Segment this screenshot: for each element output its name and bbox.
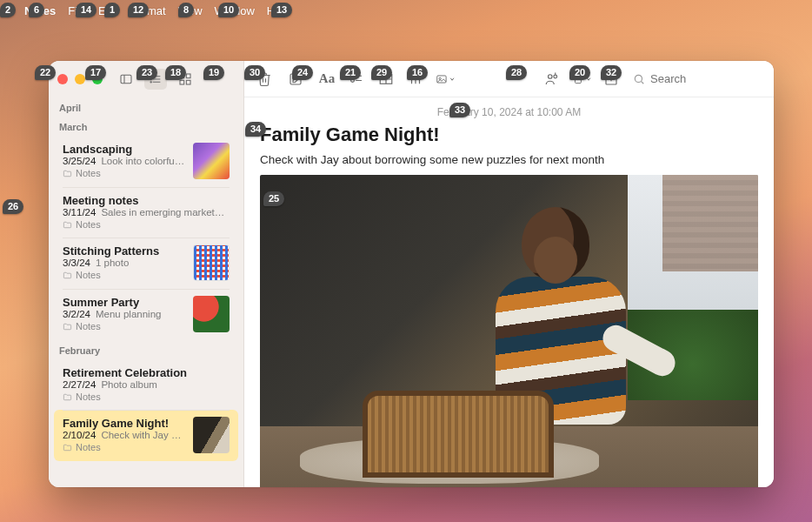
svg-point-25	[549, 74, 553, 78]
note-list-item[interactable]: Landscaping3/25/24Look into colorfu…Note…	[54, 136, 238, 187]
note-attachment-image[interactable]	[260, 175, 758, 487]
sidebar: AprilMarchLandscaping3/25/24Look into co…	[49, 61, 244, 487]
svg-rect-0	[121, 75, 131, 83]
menu-file[interactable]: File	[68, 4, 86, 17]
svg-point-7	[150, 82, 151, 83]
note-item-thumbnail	[193, 143, 230, 179]
note-item-thumbnail	[193, 296, 230, 332]
note-item-date: 2/10/24	[63, 430, 96, 440]
menu-help[interactable]: Help	[267, 4, 290, 17]
svg-point-13	[351, 74, 355, 77]
notes-window: AprilMarchLandscaping3/25/24Look into co…	[49, 61, 774, 487]
note-item-folder: Notes	[63, 270, 186, 280]
note-item-folder: Notes	[63, 168, 186, 178]
note-item-preview: 1 photo	[96, 258, 129, 268]
sidebar-titlebar	[49, 61, 243, 97]
note-item-folder: Notes	[63, 321, 186, 331]
note-item-folder: Notes	[63, 442, 186, 452]
note-item-date: 3/3/24	[63, 258, 90, 268]
section-header: February	[49, 340, 243, 359]
note-item-title: Family Game Night!	[63, 417, 186, 430]
svg-point-31	[635, 75, 642, 82]
note-list-item[interactable]: Family Game Night!2/10/24Check with Jay …	[54, 410, 238, 461]
menu-window[interactable]: Window	[215, 4, 255, 17]
note-item-title: Retirement Celebration	[63, 366, 230, 379]
help-badge: 26	[3, 199, 23, 214]
svg-point-26	[554, 75, 557, 78]
toggle-sidebar-button[interactable]	[115, 69, 137, 90]
note-item-title: Summer Party	[63, 296, 186, 309]
menubar: Notes File Edit Format View Window Help	[0, 0, 812, 21]
svg-point-15	[351, 78, 355, 82]
note-item-thumbnail	[193, 244, 230, 281]
note-document[interactable]: February 10, 2024 at 10:00 AM Family Gam…	[244, 97, 774, 487]
search-input[interactable]	[650, 72, 746, 85]
note-title[interactable]: Family Game Night!	[260, 124, 758, 146]
note-item-folder: Notes	[63, 392, 230, 402]
note-item-title: Stitching Patterns	[63, 244, 186, 258]
editor-pane: Aa	[244, 61, 774, 487]
app-menu[interactable]: Notes	[24, 4, 56, 17]
svg-point-5	[150, 76, 151, 77]
note-item-date: 2/27/24	[63, 379, 96, 390]
lock-button[interactable]	[572, 70, 591, 89]
note-item-date: 3/11/24	[63, 207, 96, 218]
notes-list[interactable]: AprilMarchLandscaping3/25/24Look into co…	[49, 97, 243, 487]
window-controls	[57, 74, 103, 84]
menu-view[interactable]: View	[178, 4, 203, 17]
svg-line-32	[642, 81, 644, 84]
format-button[interactable]: Aa	[317, 70, 336, 89]
share-button[interactable]	[602, 70, 621, 89]
svg-rect-8	[180, 74, 184, 78]
checklist-button[interactable]	[347, 70, 366, 89]
close-window-button[interactable]	[57, 74, 68, 84]
search-icon	[633, 73, 645, 85]
svg-rect-11	[186, 80, 190, 84]
svg-point-6	[150, 78, 151, 79]
note-list-item[interactable]: Stitching Patterns3/3/241 photoNotes	[54, 238, 238, 289]
note-item-preview: Look into colorfu…	[101, 156, 184, 166]
editor-toolbar: Aa	[244, 61, 774, 97]
section-header: March	[49, 117, 243, 136]
note-item-preview: Check with Jay a…	[101, 430, 186, 440]
zoom-window-button[interactable]	[92, 74, 103, 84]
note-list-item[interactable]: Summer Party3/2/24Menu planningNotes	[54, 289, 238, 340]
note-item-date: 3/25/24	[63, 156, 96, 166]
new-note-button[interactable]	[286, 70, 305, 89]
section-header: April	[49, 97, 243, 117]
svg-rect-29	[575, 78, 581, 83]
gallery-view-button[interactable]	[174, 69, 196, 90]
menu-edit[interactable]: Edit	[98, 4, 117, 17]
list-view-button[interactable]	[144, 69, 167, 90]
note-body[interactable]: Check with Jay about borrowing some new …	[260, 153, 758, 166]
media-button[interactable]	[436, 70, 455, 89]
menu-format[interactable]: Format	[130, 4, 165, 17]
svg-rect-12	[290, 74, 301, 84]
table-button[interactable]	[376, 70, 396, 89]
note-item-preview: Photo album	[101, 379, 157, 390]
minimize-window-button[interactable]	[75, 74, 85, 84]
svg-rect-9	[186, 74, 190, 78]
note-list-item[interactable]: Retirement Celebration2/27/24Photo album…	[54, 359, 238, 410]
search-field[interactable]	[633, 72, 763, 85]
note-list-item[interactable]: Meeting notes3/11/24Sales in emerging ma…	[54, 187, 238, 238]
note-timestamp: February 10, 2024 at 10:00 AM	[260, 106, 758, 118]
note-item-title: Meeting notes	[63, 194, 230, 207]
note-item-folder: Notes	[63, 219, 230, 230]
svg-rect-10	[180, 80, 184, 84]
note-item-preview: Menu planning	[96, 309, 161, 319]
note-item-preview: Sales in emerging markets…	[101, 207, 230, 218]
note-item-thumbnail	[193, 417, 230, 453]
note-item-date: 3/2/24	[63, 309, 90, 319]
link-button[interactable]	[406, 70, 425, 89]
delete-note-button[interactable]	[255, 70, 274, 89]
note-item-title: Landscaping	[63, 143, 186, 156]
collaborate-button[interactable]	[542, 70, 562, 89]
